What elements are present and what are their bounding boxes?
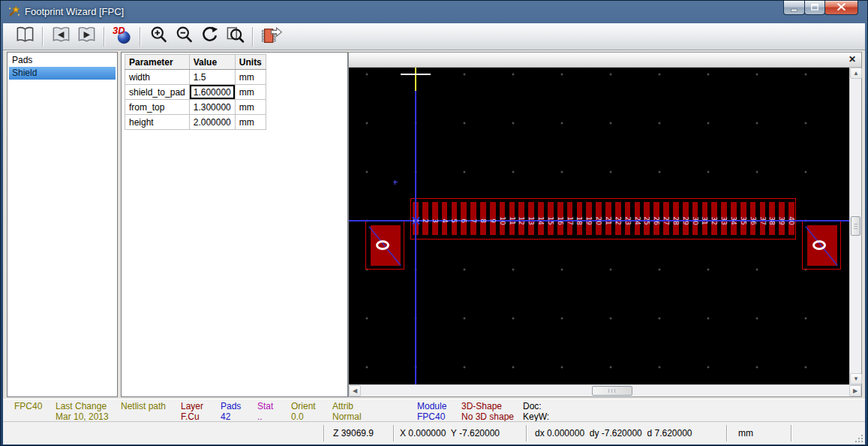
relative-position: dx 0.000000 dy -7.620000 d 7.620000 [535,428,692,438]
horizontal-scrollbar[interactable]: ◀ ▶ [349,384,861,396]
param-value-cell[interactable]: 1.300000 [189,100,235,115]
divider [726,425,728,441]
pad-number: 39 [778,216,785,225]
pad-number: 16 [557,216,564,225]
status-field-netlist-path: Netlist path [121,401,166,411]
pad-number: 14 [537,216,545,225]
pad-number: 22 [614,216,622,225]
table-row: from_top1.300000mm [125,100,266,115]
toolbar-separator [140,27,141,47]
pad-number: 9 [489,218,497,223]
svg-text:3D: 3D [113,25,125,36]
maximize-button[interactable] [804,1,825,15]
titlebar[interactable]: Footprint Wizard [FPC] [1,1,867,23]
horizontal-scroll-thumb[interactable] [592,386,632,396]
pad-number: 26 [653,216,660,225]
toolbar-separator [42,27,44,47]
pad-number: 7 [470,218,477,223]
pad-number: 40 [788,216,795,225]
zoom-in-button[interactable] [146,26,171,48]
cursor-crosshair-horizontal [401,74,431,75]
zoom-fit-icon [225,25,245,48]
scroll-left-icon[interactable]: ◀ [349,385,361,396]
table-row: shield_to_pad1.600000mm [125,85,266,100]
close-button[interactable] [824,1,858,15]
param-units: mm [235,85,266,100]
pad-number: 2 [422,218,429,223]
param-value-cell[interactable]: 2.000000 [189,115,235,130]
divider [323,425,325,441]
minimize-button[interactable] [783,1,805,15]
toolbar-separator [252,27,254,47]
show-3d-viewer-button[interactable]: 3D [110,26,135,48]
pad-number: 28 [672,216,680,225]
pad-number: 36 [749,216,757,225]
toolbar-group: 3D [110,26,135,48]
footprint-wizard-window: Footprint Wizard [FPC] 3D PadsShield Par… [0,0,868,446]
scroll-right-icon[interactable]: ▶ [849,385,861,396]
zoom-in-icon [149,25,169,48]
pad-number: 15 [547,216,554,225]
pad-number: 20 [595,216,602,225]
maximize-icon [805,1,824,14]
redraw-button[interactable] [197,26,222,48]
column-header-value: Value [189,55,235,70]
toolbar-group [146,26,248,48]
y-axis-line [415,68,416,384]
param-value-cell[interactable]: 1.600000 [189,85,235,100]
pad-number: 6 [460,218,467,223]
divider [393,425,395,441]
vertical-scroll-thumb[interactable] [851,216,860,236]
param-name: from_top [125,100,190,115]
list-item-pads[interactable]: Pads [9,54,116,67]
scroll-down-icon[interactable]: ▼ [850,373,862,384]
footprint-canvas[interactable]: 1234567891011121314151617181920212223242… [349,68,849,384]
cursor-crosshair-vertical [415,68,416,91]
toolbar-group [48,26,99,48]
cursor-position: X 0.000000 Y -7.620000 [400,428,500,438]
vertical-scrollbar[interactable]: ▲ ▼ [849,68,861,384]
zoom-level: Z 39069.9 [333,428,374,438]
toolbar-group [12,26,38,48]
book-next-icon [77,25,97,48]
list-item-shield[interactable]: Shield [9,67,116,80]
pad-number: 8 [479,218,487,223]
status-field-reference: FPC40 [14,401,42,411]
pad-number: 10 [499,216,506,225]
shield-pad-left[interactable] [365,220,404,270]
coordinate-status-bar: Z 39069.9 X 0.000000 Y -7.620000 dx 0.00… [3,421,865,444]
status-field-orient: Orient0.0 [291,401,316,422]
pad-number: 19 [585,216,593,225]
scroll-up-icon[interactable]: ▲ [850,68,862,79]
param-value-cell[interactable]: 1.5 [189,70,235,85]
toolbar-group [258,26,284,48]
pad-number: 21 [605,216,612,225]
zoom-out-button[interactable] [171,26,197,48]
table-row: width1.5mm [125,70,266,85]
resize-grip[interactable] [854,434,863,443]
status-field-shape-3d: 3D-ShapeNo 3D shape [461,401,514,422]
redraw-icon [200,25,220,48]
table-row: height2.000000mm [125,115,266,130]
footprint-status-bar: FPC40Last ChangeMar 10, 2013Netlist path… [3,399,865,421]
zoom-fit-button[interactable] [222,26,248,48]
open-book-icon [15,25,35,48]
pad-number: 27 [662,216,670,225]
previous-page-button[interactable] [48,26,74,48]
param-units: mm [235,70,266,85]
pad-number: 35 [740,216,747,225]
export-footprint-button[interactable] [258,26,284,48]
wizard-page-list[interactable]: PadsShield [7,52,118,397]
pad-number: 25 [643,216,650,225]
wizard-info-button[interactable] [12,26,38,48]
pad-number: 3 [431,218,439,223]
oval-hole-icon [812,240,826,250]
shield-pad-right[interactable] [802,220,841,270]
parameter-panel: ParameterValueUnitswidth1.5mmshield_to_p… [121,52,348,397]
pad-number: 32 [710,216,718,225]
panel-close-icon[interactable]: ✕ [848,54,856,65]
oval-hole-icon [376,240,389,250]
window-title: Footprint Wizard [FPC] [25,6,124,17]
next-page-button[interactable] [74,26,99,48]
window-controls [784,1,858,15]
